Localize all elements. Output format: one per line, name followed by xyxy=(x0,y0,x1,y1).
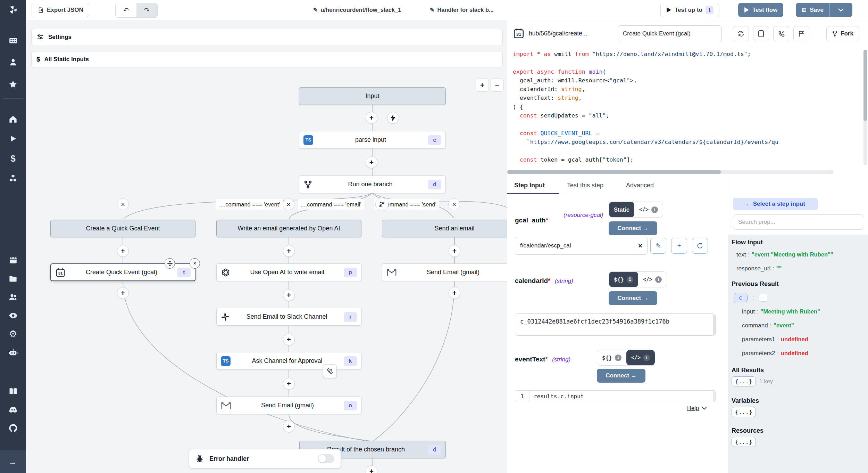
prop-row-input[interactable]: input:"Meeting with Ruben" xyxy=(742,308,820,315)
branch-header-openai[interactable]: Write an email generated by Open AI xyxy=(216,220,361,237)
javascript-mode-option[interactable]: </> i xyxy=(638,272,667,287)
flow-canvas[interactable]: Settings $ All Static Inputs + − Input +… xyxy=(26,20,507,473)
static-mode-option[interactable]: Static xyxy=(609,202,634,217)
flow-node-parse-input[interactable]: TS parse input c xyxy=(299,131,446,149)
prop-row-command[interactable]: command:"event" xyxy=(742,322,794,329)
retry-settings-button[interactable] xyxy=(733,26,749,41)
add-step-button[interactable]: + xyxy=(366,156,377,168)
search-prop-input[interactable] xyxy=(733,214,864,230)
javascript-mode-option[interactable]: </> i xyxy=(634,202,663,217)
sidebar-item-user[interactable] xyxy=(0,55,26,70)
sidebar-item-github[interactable] xyxy=(0,421,26,436)
remove-branch-button[interactable]: × xyxy=(117,198,129,210)
branch-header-gcal[interactable]: Create a Quick Gcal Event xyxy=(50,220,195,237)
sidebar-item-schedules[interactable] xyxy=(0,252,26,268)
step-name-input[interactable]: Create Quick Event (gcal) xyxy=(618,25,722,42)
code-hscroll-thumb[interactable] xyxy=(507,170,721,174)
branch-header-send-email[interactable]: Send an email xyxy=(382,220,507,237)
select-step-input-button[interactable]: ← Select a step input xyxy=(733,198,818,210)
sidebar-item-apps[interactable] xyxy=(0,33,26,48)
export-json-button[interactable]: Export JSON xyxy=(32,3,89,17)
add-step-button[interactable]: + xyxy=(283,421,295,432)
move-step-button[interactable] xyxy=(165,258,175,269)
save-dropdown-button[interactable] xyxy=(829,3,852,17)
sidebar-item-variables[interactable]: $ xyxy=(0,151,26,166)
redo-button[interactable]: ↷ xyxy=(136,3,157,17)
branch-condition-label[interactable]: ....command === 'event' xyxy=(216,199,283,210)
remove-branch-button[interactable]: × xyxy=(448,198,460,210)
sidebar-item-ai[interactable] xyxy=(0,345,26,360)
trigger-button[interactable] xyxy=(387,112,399,124)
sidebar-item-groups[interactable] xyxy=(0,289,26,304)
delete-step-button[interactable]: × xyxy=(190,258,200,269)
add-step-button[interactable]: + xyxy=(117,287,129,299)
template-mode-option[interactable]: ${} i xyxy=(597,350,626,365)
sidebar-item-docs[interactable] xyxy=(0,384,26,399)
code-editor[interactable]: import * as wmill from "https://deno.lan… xyxy=(513,50,862,164)
template-mode-option[interactable]: ${} i xyxy=(609,272,638,287)
sidebar-item-home[interactable] xyxy=(0,111,26,127)
add-step-button[interactable]: + xyxy=(449,287,460,299)
cache-button[interactable] xyxy=(753,26,769,41)
clear-icon[interactable]: × xyxy=(638,242,642,250)
test-flow-button[interactable]: Test flow xyxy=(738,3,783,17)
sidebar-item-resources[interactable] xyxy=(0,171,26,186)
fork-button[interactable]: Fork xyxy=(826,26,859,41)
add-step-button[interactable]: + xyxy=(117,245,129,257)
calendar-id-textarea[interactable]: c_0312442e881ae6fcf1dec23f54916a389f1c17… xyxy=(515,313,716,336)
gcal-auth-resource-input[interactable]: f/calendar/escp_cal × xyxy=(515,237,648,255)
gcal-auth-connect-button[interactable]: Connect → xyxy=(609,221,657,235)
event-text-expression-editor[interactable]: 1 results.c.input xyxy=(515,390,716,402)
remove-branch-button[interactable]: × xyxy=(283,198,294,210)
sleep-button[interactable] xyxy=(793,26,809,41)
prop-row-response-url[interactable]: response_url:"" xyxy=(736,265,782,272)
event-text-connect-button[interactable]: Connect → xyxy=(597,369,645,383)
editor-scrollbar[interactable] xyxy=(713,391,715,402)
tab-advanced[interactable]: Advanced xyxy=(626,182,654,189)
sidebar-item-runs[interactable] xyxy=(0,131,26,146)
test-up-to-button[interactable]: Test up to t xyxy=(660,3,719,17)
sidebar-item-audit-logs[interactable] xyxy=(0,308,26,323)
help-link[interactable]: Help xyxy=(687,405,707,411)
suspend-button[interactable] xyxy=(773,26,789,41)
add-resource-button[interactable]: + xyxy=(671,238,687,254)
flow-node-send-email-gmail[interactable]: Send Email (gmail) o xyxy=(382,263,507,281)
variables-row[interactable]: {...} xyxy=(732,407,756,417)
sidebar-collapse-bar[interactable]: → xyxy=(0,450,26,473)
add-step-button[interactable]: + xyxy=(283,245,295,257)
textarea-scrollbar[interactable] xyxy=(713,315,715,335)
flow-node-run-one-branch[interactable]: Run one branch d xyxy=(299,176,446,193)
sidebar-item-folders[interactable] xyxy=(0,271,26,286)
breadcrumb-title[interactable]: ✎ Handler for slack b... xyxy=(430,0,494,20)
edit-resource-button[interactable]: ✎ xyxy=(650,238,666,254)
sidebar-item-favorites[interactable] xyxy=(0,76,26,92)
prop-row-c[interactable]: c : - xyxy=(734,293,767,302)
error-handler-toggle[interactable] xyxy=(318,454,334,463)
prop-row-parameters1[interactable]: parameters1:undefined xyxy=(742,336,808,343)
add-step-button[interactable]: + xyxy=(366,112,377,124)
prop-row-parameters2[interactable]: parameters2:undefined xyxy=(742,350,808,357)
calendar-id-connect-button[interactable]: Connect → xyxy=(609,291,657,305)
add-step-button[interactable]: + xyxy=(283,289,295,301)
branch-condition-label[interactable]: ....command === 'email' xyxy=(298,199,364,210)
tab-step-input[interactable]: Step Input xyxy=(514,182,545,189)
code-vscroll-thumb[interactable] xyxy=(863,50,867,121)
breadcrumb-path[interactable]: ✎ u/henricourdent/flow_slack_1 xyxy=(313,0,401,20)
add-step-button[interactable]: + xyxy=(283,334,295,345)
flow-node-send-email-slack[interactable]: Send Email to Slack Channel r xyxy=(216,308,361,326)
hub-script-path[interactable]: hub/568/gcal/create... xyxy=(529,30,587,37)
undo-button[interactable]: ↶ xyxy=(116,3,136,17)
flow-node-input[interactable]: Input xyxy=(299,87,446,105)
flow-node-send-email-gmail-2[interactable]: Send Email (gmail) o xyxy=(216,397,361,414)
javascript-mode-option[interactable]: </> i xyxy=(626,350,655,365)
flow-node-ask-channel-approval[interactable]: TS Ask Channel for Approval k xyxy=(216,352,361,370)
prop-row-text[interactable]: text:"event "Meeting with Ruben"" xyxy=(736,251,833,258)
tab-test-this-step[interactable]: Test this step xyxy=(567,182,603,189)
error-handler-card[interactable]: Error handler xyxy=(189,449,341,468)
resources-row[interactable]: {...} xyxy=(732,437,756,447)
sidebar-item-discord[interactable] xyxy=(0,402,26,417)
suspend-approval-button[interactable] xyxy=(323,364,337,378)
save-button[interactable]: Save xyxy=(796,3,829,17)
add-branch-button[interactable] xyxy=(375,198,389,211)
refresh-resource-button[interactable] xyxy=(692,238,708,254)
